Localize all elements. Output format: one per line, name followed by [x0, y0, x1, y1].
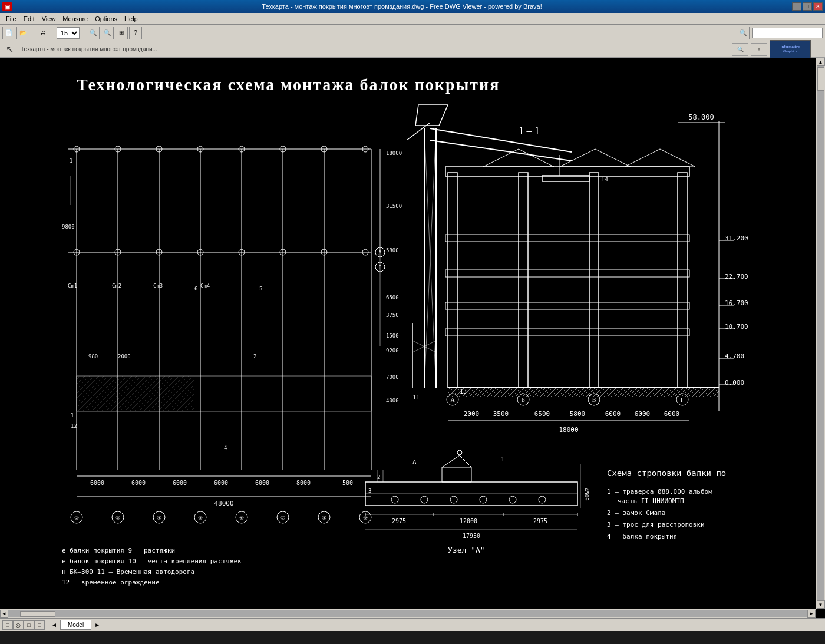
svg-text:2: 2	[377, 474, 380, 480]
svg-text:⑤: ⑤	[198, 515, 203, 521]
prev-page-arrow[interactable]: ◄	[50, 622, 59, 628]
scroll-track-vertical	[817, 66, 824, 600]
zoom-out-button[interactable]: 🔍	[87, 27, 100, 39]
viewer-area: Технологическая схема монтажа балок покр…	[0, 58, 825, 618]
svg-text:6: 6	[194, 286, 197, 292]
print-button[interactable]: 🖨	[37, 27, 50, 39]
svg-text:980: 980	[88, 354, 98, 359]
svg-text:6000: 6000	[635, 410, 651, 418]
svg-text:1 – 1: 1 – 1	[519, 125, 540, 137]
svg-point-142	[421, 496, 428, 503]
svg-text:12: 12	[71, 423, 77, 429]
window-title: Техкарта - монтаж покрытия многоэт промз…	[12, 3, 792, 10]
svg-text:Cm3: Cm3	[153, 283, 163, 289]
svg-marker-160	[442, 467, 471, 482]
svg-text:Узел "А": Узел "А"	[448, 546, 485, 554]
svg-line-53	[430, 128, 572, 152]
menu-view[interactable]: View	[38, 14, 60, 24]
scroll-left-button[interactable]: ◄	[0, 610, 8, 618]
minimize-button[interactable]: _	[792, 2, 801, 11]
svg-text:⑦: ⑦	[280, 515, 285, 521]
svg-text:18000: 18000	[559, 426, 578, 434]
svg-text:1: 1	[71, 412, 74, 418]
svg-text:6000: 6000	[173, 480, 187, 486]
svg-text:Cm2: Cm2	[112, 283, 121, 289]
toolbar-1: 📄 📂 🖨 15 🔍 🔍 ⊞ ? 🔍	[0, 25, 825, 41]
svg-text:16.700: 16.700	[725, 299, 748, 307]
menu-measure[interactable]: Measure	[59, 14, 91, 24]
model-tab[interactable]: Model	[60, 620, 91, 630]
fit-button[interactable]: ⊞	[115, 27, 128, 39]
svg-text:13: 13	[460, 388, 467, 395]
zoom-in-button[interactable]: 🔍	[101, 27, 114, 39]
svg-text:22.700: 22.700	[725, 273, 748, 280]
status-btn-3[interactable]: □	[24, 620, 34, 630]
svg-text:6000: 6000	[605, 410, 621, 418]
svg-text:18000: 18000	[386, 150, 402, 156]
svg-point-143	[450, 496, 457, 503]
svg-text:А: А	[450, 397, 455, 403]
svg-text:6000: 6000	[664, 410, 680, 418]
status-btn-2[interactable]: ◎	[13, 620, 24, 630]
svg-text:48000: 48000	[214, 500, 233, 507]
svg-text:⑥: ⑥	[239, 515, 244, 521]
menu-edit[interactable]: Edit	[20, 14, 38, 24]
svg-rect-27	[446, 235, 689, 242]
svg-text:31500: 31500	[386, 203, 402, 209]
svg-text:2000: 2000	[464, 410, 480, 418]
help-button[interactable]: ?	[129, 27, 142, 39]
scroll-right-button[interactable]: ►	[807, 610, 816, 618]
svg-text:58.000: 58.000	[688, 113, 714, 121]
zoom-select[interactable]: 15	[57, 27, 80, 39]
svg-rect-28	[446, 167, 689, 176]
svg-text:9800: 9800	[62, 224, 75, 230]
svg-text:10.700: 10.700	[725, 323, 748, 331]
scrollbar-horizontal[interactable]: ◄ ►	[0, 609, 816, 618]
svg-rect-23	[678, 173, 687, 388]
toolbar-separator-1	[32, 27, 34, 39]
svg-text:Cm1: Cm1	[68, 283, 77, 289]
toolbar-separator-2	[52, 27, 54, 39]
svg-text:6000: 6000	[90, 480, 104, 486]
next-page-arrow[interactable]: ►	[93, 622, 102, 628]
toolbar-2: ↖ Техкарта - монтаж покрытия многоэт про…	[0, 41, 825, 58]
svg-text:7000: 7000	[386, 374, 399, 380]
svg-point-141	[391, 496, 398, 503]
status-bar: □ ◎ □ □ ◄ Model ►	[0, 618, 825, 631]
svg-point-163	[457, 450, 462, 455]
menu-options[interactable]: Options	[91, 14, 121, 24]
open-button[interactable]: 📂	[16, 27, 29, 39]
scroll-up-button[interactable]: ▲	[817, 58, 825, 66]
scroll-thumb-vertical[interactable]	[817, 67, 824, 91]
branding-logo: Informative Graphics	[770, 40, 811, 59]
scroll-down-button[interactable]: ▼	[817, 600, 825, 609]
status-btn-1[interactable]: □	[2, 620, 13, 630]
svg-text:17950: 17950	[463, 533, 480, 539]
svg-text:е балки покрытия  9 – растяжки: е балки покрытия 9 – растяжки	[62, 547, 175, 554]
svg-text:⑧: ⑧	[322, 515, 326, 521]
window-controls: _ □ ✕	[792, 2, 823, 11]
svg-marker-31	[625, 149, 695, 167]
svg-text:Б: Б	[522, 397, 525, 403]
svg-text:н БК–300          11 – Временн: н БК–300 11 – Временная автодорога	[62, 568, 194, 576]
app-icon: ▣	[2, 2, 12, 11]
svg-text:5800: 5800	[570, 410, 586, 418]
scrollbar-vertical[interactable]: ▲ ▼	[816, 58, 825, 609]
svg-text:1: 1	[70, 158, 72, 164]
menu-bar: File Edit View Measure Options Help	[0, 13, 825, 25]
svg-text:4 – балка покрытия: 4 – балка покрытия	[607, 533, 677, 540]
svg-text:Технологическая  схема  монтаж: Технологическая схема монтажа балок покр…	[77, 75, 500, 94]
scroll-thumb-horizontal[interactable]	[20, 611, 55, 617]
close-button[interactable]: ✕	[813, 2, 823, 11]
svg-text:11: 11	[412, 394, 420, 401]
search-input[interactable]	[752, 28, 823, 38]
svg-text:А: А	[379, 250, 382, 256]
maximize-button[interactable]: □	[803, 2, 812, 11]
svg-text:6000: 6000	[255, 480, 269, 486]
status-btn-4[interactable]: □	[34, 620, 45, 630]
menu-help[interactable]: Help	[121, 14, 141, 24]
svg-rect-24	[446, 329, 689, 336]
menu-file[interactable]: File	[2, 14, 20, 24]
brand-icon: 🔍	[732, 43, 748, 56]
new-button[interactable]: 📄	[2, 27, 15, 39]
